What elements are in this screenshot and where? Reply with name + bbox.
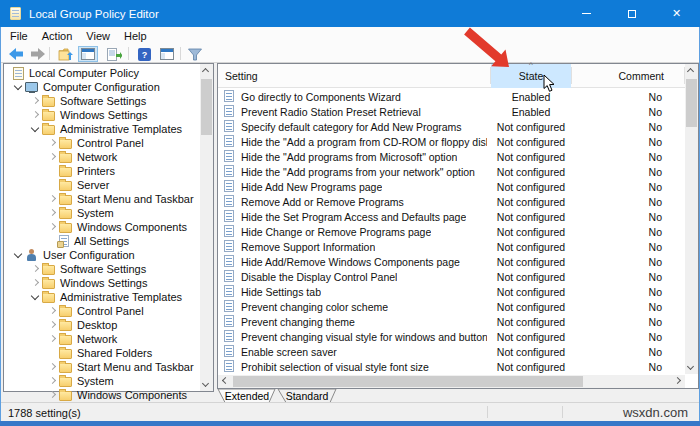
chevron-expanded-icon[interactable]: [30, 122, 42, 136]
chevron-expanded-icon[interactable]: [30, 290, 42, 304]
chevron-collapsed-icon[interactable]: [30, 94, 42, 108]
setting-row[interactable]: Prevent Radio Station Preset RetrievalEn…: [218, 104, 685, 119]
tree-item-shared-folders[interactable]: Shared Folders: [5, 346, 198, 360]
scrollbar-thumb[interactable]: [686, 79, 697, 127]
folder-icon: [59, 223, 72, 233]
tree-item-network[interactable]: Network: [5, 150, 198, 164]
minimize-button[interactable]: [564, 0, 609, 27]
scroll-down-button[interactable]: [200, 378, 213, 391]
tree-item-software-settings[interactable]: Software Settings: [5, 94, 198, 108]
tree-item-all-settings[interactable]: All Settings: [5, 234, 198, 248]
menu-action[interactable]: Action: [35, 27, 80, 45]
tree-item-server[interactable]: Server: [5, 178, 198, 192]
setting-row[interactable]: Specify default category for Add New Pro…: [218, 119, 685, 134]
tab-standard[interactable]: Standard: [278, 389, 336, 403]
scroll-up-button[interactable]: [200, 64, 213, 77]
column-header-setting[interactable]: Setting: [225, 70, 258, 82]
setting-row[interactable]: Remove Support InformationNot configured…: [218, 239, 685, 254]
chevron-collapsed-icon[interactable]: [47, 332, 59, 346]
export-list-button[interactable]: [104, 46, 124, 62]
chevron-collapsed-icon[interactable]: [47, 192, 59, 206]
setting-row[interactable]: Hide the "Add programs from your network…: [218, 164, 685, 179]
menu-file[interactable]: File: [1, 27, 35, 45]
folder-icon: [59, 391, 72, 401]
maximize-button[interactable]: [609, 0, 654, 27]
chevron-expanded-icon[interactable]: [13, 80, 25, 94]
setting-row[interactable]: Hide Add New Programs pageNot configured…: [218, 179, 685, 194]
chevron-collapsed-icon[interactable]: [47, 150, 59, 164]
filter-button[interactable]: [185, 46, 205, 62]
chevron-expanded-icon[interactable]: [13, 248, 25, 262]
tree-item-local-computer-policy[interactable]: Local Computer Policy: [5, 66, 198, 80]
setting-row[interactable]: Hide Settings tabNot configuredNo: [218, 284, 685, 299]
back-button[interactable]: [6, 46, 26, 62]
menu-view[interactable]: View: [79, 27, 117, 45]
chevron-collapsed-icon[interactable]: [30, 108, 42, 122]
setting-row[interactable]: Prohibit selection of visual style font …: [218, 359, 685, 374]
forward-button[interactable]: [27, 46, 47, 62]
chevron-collapsed-icon[interactable]: [47, 220, 59, 234]
chevron-collapsed-icon[interactable]: [30, 262, 42, 276]
setting-row[interactable]: Prevent changing themeNot configuredNo: [218, 314, 685, 329]
tree-item-control-panel[interactable]: Control Panel: [5, 136, 198, 150]
scrollbar-thumb[interactable]: [233, 376, 583, 387]
setting-row[interactable]: Hide the Set Program Access and Defaults…: [218, 209, 685, 224]
tree-item-software-settings-user[interactable]: Software Settings: [5, 262, 198, 276]
chevron-collapsed-icon[interactable]: [47, 318, 59, 332]
new-window-button[interactable]: [157, 46, 177, 62]
tree-item-system-user[interactable]: System: [5, 374, 198, 388]
scrollbar-thumb[interactable]: [201, 79, 212, 135]
tree-scrollbar[interactable]: [200, 64, 213, 391]
policy-setting-icon: [224, 315, 234, 327]
tree-item-start-menu-and-taskbar[interactable]: Start Menu and Taskbar: [5, 192, 198, 206]
tree-item-system[interactable]: System: [5, 206, 198, 220]
setting-row[interactable]: Hide Add/Remove Windows Components pageN…: [218, 254, 685, 269]
tree-item-printers[interactable]: Printers: [5, 164, 198, 178]
tree-item-administrative-templates-user[interactable]: Administrative Templates: [5, 290, 198, 304]
list-horizontal-scrollbar[interactable]: [218, 375, 685, 388]
close-button[interactable]: ✕: [654, 0, 699, 27]
menu-help[interactable]: Help: [117, 27, 154, 45]
tree-item-control-panel-user[interactable]: Control Panel: [5, 304, 198, 318]
setting-row[interactable]: Hide Change or Remove Programs pageNot c…: [218, 224, 685, 239]
tree-item-network-user[interactable]: Network: [5, 332, 198, 346]
tree-item-windows-settings-user[interactable]: Windows Settings: [5, 276, 198, 290]
scroll-left-button[interactable]: [218, 375, 231, 388]
chevron-collapsed-icon[interactable]: [47, 360, 59, 374]
setting-row[interactable]: Prevent changing visual style for window…: [218, 329, 685, 344]
help-button[interactable]: ?: [134, 46, 154, 62]
tree-item-start-menu-and-taskbar-user[interactable]: Start Menu and Taskbar: [5, 360, 198, 374]
chevron-collapsed-icon[interactable]: [47, 136, 59, 150]
scroll-up-button[interactable]: [685, 64, 698, 77]
setting-row[interactable]: Enable screen saverNot configuredNo: [218, 344, 685, 359]
chevron-collapsed-icon[interactable]: [47, 374, 59, 388]
tree-item-windows-components-user[interactable]: Windows Components: [5, 388, 198, 402]
column-header-comment[interactable]: Comment: [570, 70, 664, 82]
tree-item-user-configuration[interactable]: User Configuration: [5, 248, 198, 262]
filter-funnel-icon: [188, 48, 202, 61]
chevron-collapsed-icon[interactable]: [30, 276, 42, 290]
tree-item-administrative-templates[interactable]: Administrative Templates: [5, 122, 198, 136]
setting-row[interactable]: Disable the Display Control PanelNot con…: [218, 269, 685, 284]
setting-row[interactable]: Hide the "Add programs from Microsoft" o…: [218, 149, 685, 164]
show-console-tree-button[interactable]: [78, 46, 98, 62]
chevron-collapsed-icon[interactable]: [47, 388, 59, 402]
setting-row[interactable]: Remove Add or Remove ProgramsNot configu…: [218, 194, 685, 209]
policy-setting-icon: [224, 180, 234, 192]
setting-row[interactable]: Hide the "Add a program from CD-ROM or f…: [218, 134, 685, 149]
tree-item-computer-configuration[interactable]: Computer Configuration: [5, 80, 198, 94]
list-vertical-scrollbar[interactable]: [685, 64, 698, 374]
chevron-collapsed-icon[interactable]: [47, 206, 59, 220]
scroll-down-button[interactable]: [685, 361, 698, 374]
scroll-right-button[interactable]: [672, 375, 685, 388]
tree-item-windows-components[interactable]: Windows Components: [5, 220, 198, 234]
chevron-collapsed-icon[interactable]: [47, 304, 59, 318]
tab-extended[interactable]: Extended: [218, 389, 275, 403]
tree-item-desktop[interactable]: Desktop: [5, 318, 198, 332]
setting-row[interactable]: Go directly to Components WizardEnabledN…: [218, 89, 685, 104]
back-arrow-icon: [9, 48, 24, 60]
folder-icon: [59, 349, 72, 359]
setting-row[interactable]: Prevent changing color schemeNot configu…: [218, 299, 685, 314]
up-one-level-button[interactable]: [55, 46, 75, 62]
tree-item-windows-settings[interactable]: Windows Settings: [5, 108, 198, 122]
